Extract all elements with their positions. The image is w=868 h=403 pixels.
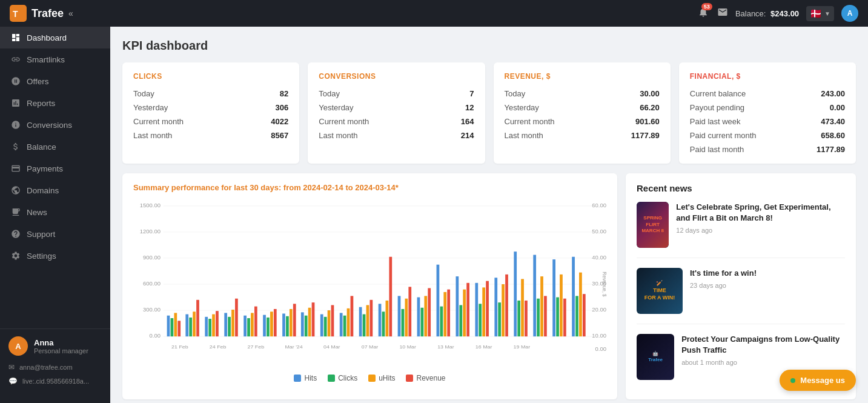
svg-rect-90 — [443, 292, 446, 336]
collapse-button[interactable]: « — [68, 8, 73, 18]
chat-icon: 💬 — [8, 377, 18, 385]
sidebar-item-conversions[interactable]: Conversions — [0, 114, 110, 136]
dashboard-icon — [11, 33, 21, 42]
svg-rect-59 — [293, 304, 296, 336]
svg-rect-98 — [482, 287, 485, 336]
svg-rect-48 — [244, 316, 247, 336]
svg-rect-74 — [366, 305, 369, 336]
message-button[interactable]: Message us — [780, 370, 856, 391]
sidebar-item-smartlinks[interactable]: Smartlinks — [0, 48, 110, 70]
svg-rect-70 — [347, 308, 350, 336]
kpi-rev-yesterday: Yesterday 66.20 — [505, 103, 660, 112]
svg-rect-99 — [486, 281, 489, 337]
svg-rect-37 — [189, 318, 192, 336]
svg-rect-61 — [305, 316, 308, 336]
sidebar-item-domains[interactable]: Domains — [0, 179, 110, 201]
news-headline-1: Let's Celebrate Spring, Get Experimental… — [676, 202, 845, 224]
svg-rect-86 — [424, 296, 427, 336]
settings-icon — [11, 251, 21, 261]
svg-text:600.00: 600.00 — [143, 281, 161, 287]
sidebar-item-reports[interactable]: Reports — [0, 92, 110, 114]
svg-rect-35 — [177, 321, 181, 336]
svg-rect-32 — [167, 316, 170, 336]
notifications-button[interactable]: 53 — [698, 7, 709, 20]
svg-rect-75 — [370, 300, 373, 336]
news-headline-2: It's time for a win! — [690, 268, 757, 279]
sidebar-item-offers[interactable]: Offers — [0, 70, 110, 92]
email-icon: ✉ — [8, 363, 15, 371]
user-info: Anna Personal manager — [34, 338, 88, 355]
sidebar-item-settings[interactable]: Settings — [0, 245, 110, 267]
sidebar-item-payments[interactable]: Payments — [0, 158, 110, 179]
svg-rect-71 — [351, 296, 354, 336]
svg-rect-76 — [379, 304, 382, 336]
svg-rect-89 — [440, 307, 443, 337]
sidebar-email[interactable]: ✉ anna@trafee.com — [8, 362, 102, 373]
sidebar-item-news[interactable]: News — [0, 201, 110, 223]
kpi-financial-title: FINANCIAL, $ — [690, 72, 845, 81]
svg-rect-102 — [502, 284, 505, 336]
svg-rect-116 — [572, 257, 575, 336]
svg-rect-33 — [171, 318, 174, 336]
svg-rect-56 — [282, 313, 285, 336]
topbar: T Trafee « 53 Balance: $243.00 🇩🇰 ▼ A — [0, 0, 868, 27]
svg-text:07 Mar: 07 Mar — [362, 344, 379, 350]
svg-rect-42 — [212, 315, 215, 337]
chevron-down-icon: ▼ — [824, 10, 830, 17]
svg-rect-84 — [417, 298, 420, 337]
news-thumb-win: 🏏TIMEFOR A WIN! — [637, 268, 683, 314]
sidebar-item-dashboard[interactable]: Dashboard — [0, 27, 110, 48]
sidebar-chat[interactable]: 💬 live:.cid.958566918a... — [8, 376, 102, 387]
mail-button[interactable] — [717, 7, 728, 20]
kpi-conv-yesterday: Yesterday 12 — [319, 103, 474, 112]
svg-rect-91 — [447, 290, 450, 337]
balance-display: Balance: $243.00 — [735, 9, 799, 18]
svg-rect-53 — [267, 318, 270, 336]
svg-rect-92 — [456, 276, 459, 336]
email-value: anna@trafee.com — [19, 364, 73, 371]
svg-rect-107 — [525, 301, 528, 336]
svg-rect-45 — [228, 317, 231, 336]
svg-rect-115 — [563, 299, 566, 336]
svg-rect-83 — [408, 287, 411, 336]
svg-text:19 Mar: 19 Mar — [514, 344, 531, 350]
sidebar-label-news: News — [27, 208, 47, 217]
kpi-clicks-last-month: Last month 8567 — [133, 131, 288, 140]
kpi-clicks-current-month: Current month 4022 — [133, 117, 288, 126]
sidebar-item-support[interactable]: Support — [0, 223, 110, 245]
kpi-rev-today: Today 30.00 — [505, 89, 660, 98]
bottom-grid: Summary performance for last 30 days: fr… — [122, 173, 856, 399]
domains-icon — [11, 185, 21, 195]
svg-text:300.00: 300.00 — [143, 307, 161, 313]
news-item-2[interactable]: 🏏TIMEFOR A WIN! It's time for a win! 23 … — [637, 268, 845, 324]
legend-revenue: Revenue — [406, 374, 445, 382]
sidebar-item-balance[interactable]: Balance — [0, 136, 110, 158]
svg-rect-106 — [521, 279, 524, 336]
svg-text:0.00: 0.00 — [595, 346, 606, 352]
svg-rect-82 — [405, 299, 408, 336]
language-selector[interactable]: 🇩🇰 ▼ — [806, 6, 834, 21]
mail-icon — [717, 7, 728, 18]
svg-rect-93 — [459, 305, 462, 336]
sidebar-label-smartlinks: Smartlinks — [27, 55, 65, 64]
svg-rect-51 — [254, 307, 257, 337]
user-avatar[interactable]: A — [841, 5, 858, 22]
svg-text:16 Mar: 16 Mar — [475, 344, 492, 350]
svg-rect-44 — [224, 313, 227, 336]
kpi-revenue: REVENUE, $ Today 30.00 Yesterday 66.20 C… — [494, 62, 671, 164]
sidebar-footer: A Anna Personal manager ✉ anna@trafee.co… — [0, 328, 110, 397]
svg-rect-36 — [185, 315, 188, 337]
chart-area: 1500.00 1200.00 900.00 600.00 300.00 0.0… — [133, 199, 606, 369]
news-item-1[interactable]: SPRINGFLIRTMARCH 8 Let's Celebrate Sprin… — [637, 202, 845, 258]
svg-rect-67 — [331, 305, 334, 336]
svg-rect-41 — [208, 319, 211, 336]
svg-rect-97 — [479, 304, 482, 336]
news-content-1: Let's Celebrate Spring, Get Experimental… — [676, 202, 845, 248]
svg-rect-95 — [466, 283, 469, 336]
svg-rect-105 — [517, 301, 520, 336]
svg-rect-39 — [196, 300, 199, 336]
legend-uhits: uHits — [368, 374, 395, 382]
svg-rect-80 — [398, 296, 401, 336]
svg-rect-52 — [263, 315, 266, 337]
news-time-3: about 1 month ago — [681, 359, 845, 366]
